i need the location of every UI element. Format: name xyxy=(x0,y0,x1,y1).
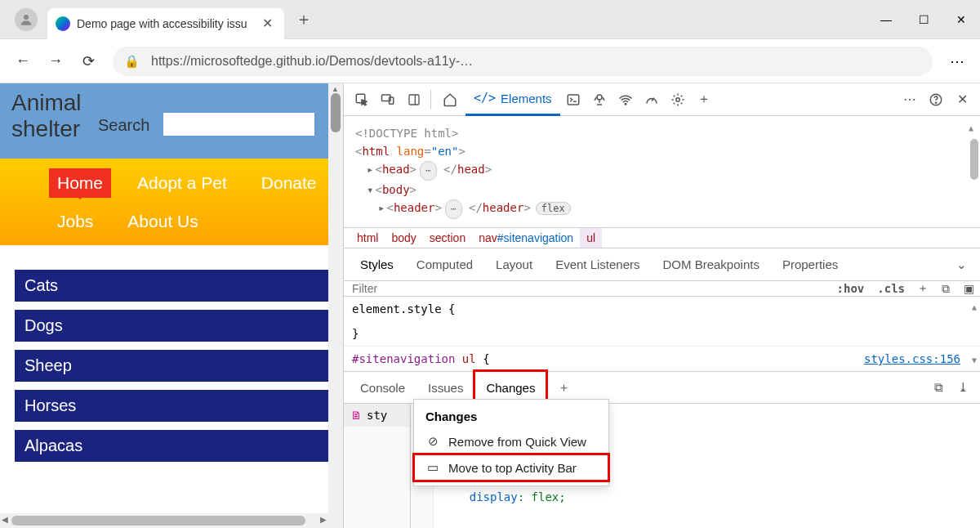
list-item[interactable]: Horses xyxy=(15,390,333,422)
list-item[interactable]: Sheep xyxy=(15,350,333,382)
window-controls: ― ☐ ✕ xyxy=(867,0,980,39)
list-item[interactable]: Dogs xyxy=(15,310,333,342)
devtools-panel: </>Elements ＋ ⋯ ✕ <!DOCTYPE html> <html … xyxy=(343,83,980,528)
styles-rules[interactable]: ▲ element.style { } #sitenavigation ul {… xyxy=(344,297,980,371)
network-icon[interactable] xyxy=(612,87,639,113)
drawer-collapse-icon[interactable]: ⤓ xyxy=(951,380,975,395)
tab-title: Demo page with accessibility issu xyxy=(77,17,259,30)
nav-about[interactable]: About Us xyxy=(119,207,206,236)
drawer-tab-console[interactable]: Console xyxy=(349,371,416,404)
devtools-activity-bar: </>Elements ＋ ⋯ ✕ xyxy=(344,83,980,116)
list-item[interactable]: Alpacas xyxy=(15,430,333,462)
svg-point-10 xyxy=(675,97,679,101)
svg-rect-6 xyxy=(568,95,579,105)
dock-side-icon[interactable]: ▣ xyxy=(957,282,980,295)
bc-nav[interactable]: nav#sitenavigation xyxy=(472,228,580,248)
page-scrollbar-vertical[interactable]: ▲ xyxy=(328,83,343,528)
changes-file[interactable]: 🗎sty xyxy=(344,404,410,427)
styles-sidebar-tabs: Styles Computed Layout Event Listeners D… xyxy=(344,248,980,281)
back-button[interactable]: ← xyxy=(7,45,39,78)
svg-point-7 xyxy=(597,95,602,100)
settings-gear-icon[interactable] xyxy=(665,87,691,113)
tab-dom-breakpoints[interactable]: DOM Breakpoints xyxy=(652,248,771,281)
page-viewport: Animalshelter Search Home Adopt a Pet Do… xyxy=(0,83,343,528)
source-link[interactable]: styles.css:156 xyxy=(864,350,960,368)
lock-icon: 🔒 xyxy=(124,54,140,69)
dom-scrollbar[interactable]: ▲ xyxy=(969,119,980,181)
forward-button[interactable]: → xyxy=(39,45,72,78)
expand-arrow-icon[interactable]: ▸ xyxy=(378,201,385,214)
tab-event-listeners[interactable]: Event Listeners xyxy=(544,248,651,281)
window-titlebar: Demo page with accessibility issu ✕ ＋ ― … xyxy=(0,0,980,39)
svg-point-12 xyxy=(935,102,936,103)
drawer-layout-icon[interactable]: ⧉ xyxy=(926,380,951,395)
profile-avatar[interactable] xyxy=(15,8,38,31)
tab-styles[interactable]: Styles xyxy=(349,248,405,281)
add-tab-icon[interactable]: ＋ xyxy=(691,87,717,113)
tab-properties[interactable]: Properties xyxy=(771,248,849,281)
nav-donate[interactable]: Donate xyxy=(253,168,325,198)
device-toggle-icon[interactable] xyxy=(375,87,401,113)
expand-arrow-icon[interactable]: ▾ xyxy=(367,183,373,196)
browser-toolbar: ← → ⟳ 🔒 https://microsoftedge.github.io/… xyxy=(0,39,980,83)
new-tab-button[interactable]: ＋ xyxy=(296,8,312,30)
bc-section[interactable]: section xyxy=(423,228,472,248)
page-scrollbar-horizontal[interactable]: ◀▶ xyxy=(0,513,328,528)
sources-icon[interactable] xyxy=(586,87,612,113)
svg-point-8 xyxy=(625,103,626,105)
hov-toggle[interactable]: :hov xyxy=(831,282,871,295)
performance-icon[interactable] xyxy=(639,87,665,113)
refresh-button[interactable]: ⟳ xyxy=(72,45,105,78)
dom-tree[interactable]: <!DOCTYPE html> <html lang="en"> ▸<head>… xyxy=(344,116,980,227)
list-item[interactable]: Cats xyxy=(15,270,333,302)
svg-point-0 xyxy=(24,15,29,20)
edge-favicon-icon xyxy=(56,16,70,31)
bc-html[interactable]: html xyxy=(350,228,385,248)
changes-context-menu: Changes ⊘Remove from Quick View ▭Move to… xyxy=(413,399,609,486)
minimize-button[interactable]: ― xyxy=(867,0,905,39)
tab-computed[interactable]: Computed xyxy=(405,248,484,281)
expand-sidebar-icon[interactable]: ⌄ xyxy=(948,257,975,272)
page-header: Animalshelter Search xyxy=(0,83,343,159)
window-icon: ▭ xyxy=(425,460,440,475)
computed-toggle-icon[interactable]: ⧉ xyxy=(934,282,957,296)
dock-icon[interactable] xyxy=(401,87,427,113)
category-list: Cats Dogs Sheep Horses Alpacas xyxy=(0,245,343,478)
browser-tab[interactable]: Demo page with accessibility issu ✕ xyxy=(47,8,284,39)
nav-jobs[interactable]: Jobs xyxy=(49,207,101,236)
expand-arrow-icon[interactable]: ▸ xyxy=(367,163,373,176)
new-style-rule-icon[interactable]: ＋ xyxy=(911,281,934,296)
more-tools-icon[interactable]: ⋯ xyxy=(897,87,923,113)
inspect-icon[interactable] xyxy=(349,87,375,113)
search-input[interactable] xyxy=(163,113,314,136)
url-text: https://microsoftedge.github.io/Demos/de… xyxy=(151,54,473,69)
unpin-icon: ⊘ xyxy=(425,434,440,449)
changes-file-list: 🗎sty xyxy=(344,404,411,528)
dom-breadcrumb: html body section nav#sitenavigation ul xyxy=(344,227,980,248)
site-nav: Home Adopt a Pet Donate Jobs About Us xyxy=(0,159,343,245)
search-label: Search xyxy=(98,116,149,135)
svg-rect-4 xyxy=(409,95,419,105)
help-icon[interactable] xyxy=(923,87,949,113)
close-devtools-icon[interactable]: ✕ xyxy=(949,87,975,113)
context-menu-title: Changes xyxy=(414,405,608,428)
tab-welcome[interactable] xyxy=(434,83,466,116)
styles-toolbar: :hov .cls ＋ ⧉ ▣ xyxy=(344,281,980,297)
address-bar[interactable]: 🔒 https://microsoftedge.github.io/Demos/… xyxy=(113,47,933,76)
console-icon[interactable] xyxy=(560,87,586,113)
browser-menu-button[interactable]: ⋯ xyxy=(941,52,973,70)
styles-filter-input[interactable] xyxy=(344,281,831,296)
nav-adopt[interactable]: Adopt a Pet xyxy=(129,168,235,198)
css-file-icon: 🗎 xyxy=(350,409,362,422)
context-remove-quickview[interactable]: ⊘Remove from Quick View xyxy=(414,428,608,454)
nav-home[interactable]: Home xyxy=(49,168,111,198)
bc-body[interactable]: body xyxy=(385,228,422,248)
tab-layout[interactable]: Layout xyxy=(484,248,544,281)
maximize-button[interactable]: ☐ xyxy=(905,0,942,39)
tab-elements[interactable]: </>Elements xyxy=(466,83,560,116)
close-window-button[interactable]: ✕ xyxy=(942,0,980,39)
cls-toggle[interactable]: .cls xyxy=(871,282,911,295)
tab-close-icon[interactable]: ✕ xyxy=(259,16,276,31)
bc-ul[interactable]: ul xyxy=(580,228,602,248)
context-move-activity-bar[interactable]: ▭Move to top Activity Bar xyxy=(414,454,608,481)
